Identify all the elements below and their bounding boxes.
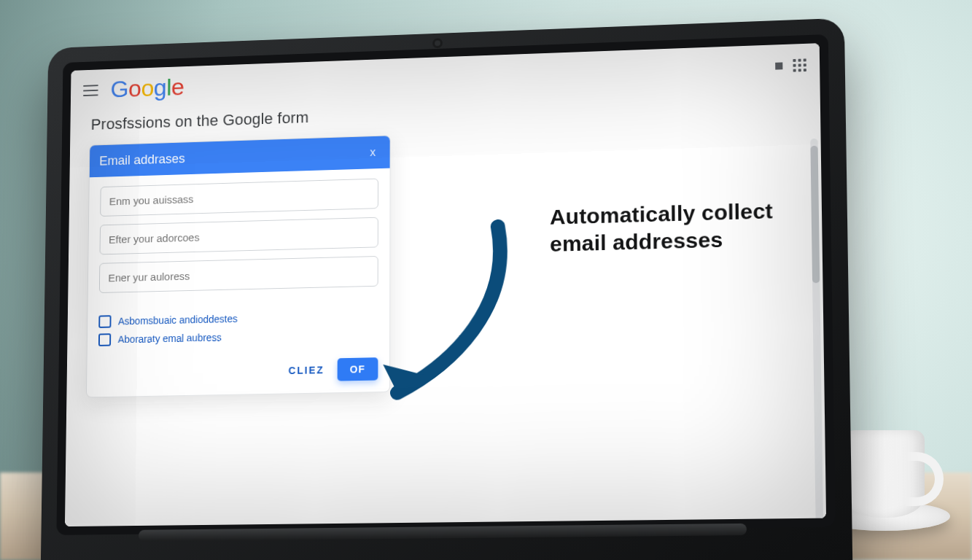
close-icon[interactable]: x (366, 144, 380, 160)
primary-button[interactable]: OF (337, 357, 378, 381)
secondary-button[interactable]: CLIEZ (286, 360, 327, 381)
checkbox-option-2[interactable]: Aboraraty emal aubress (98, 327, 378, 346)
laptop: Google Prosfssions on the Google form Em… (40, 18, 852, 560)
card-title: Email addrases (99, 151, 185, 168)
window-control-icon[interactable] (775, 62, 782, 69)
email-field-2[interactable] (100, 217, 378, 255)
checkbox-icon (98, 333, 111, 346)
email-field-1[interactable] (100, 179, 378, 217)
checkbox-option-1[interactable]: Asbomsbuaic andioddestes (98, 309, 378, 328)
top-right-controls (775, 58, 806, 72)
email-field-3[interactable] (99, 256, 378, 293)
page-body: Prosfssions on the Google form Email add… (65, 88, 826, 526)
google-logo: Google (110, 74, 184, 103)
apps-grid-icon[interactable] (793, 58, 806, 71)
menu-icon[interactable] (83, 85, 98, 96)
checkbox-icon (98, 315, 111, 328)
screen: Google Prosfssions on the Google form Em… (65, 43, 826, 526)
callout-arrow-icon (369, 219, 528, 408)
callout-text: Automatically collect email addresses (550, 198, 778, 257)
scrollbar-thumb[interactable] (810, 146, 820, 284)
email-addresses-card: Email addrases x Asbomsbuaic andioddeste… (86, 135, 391, 397)
